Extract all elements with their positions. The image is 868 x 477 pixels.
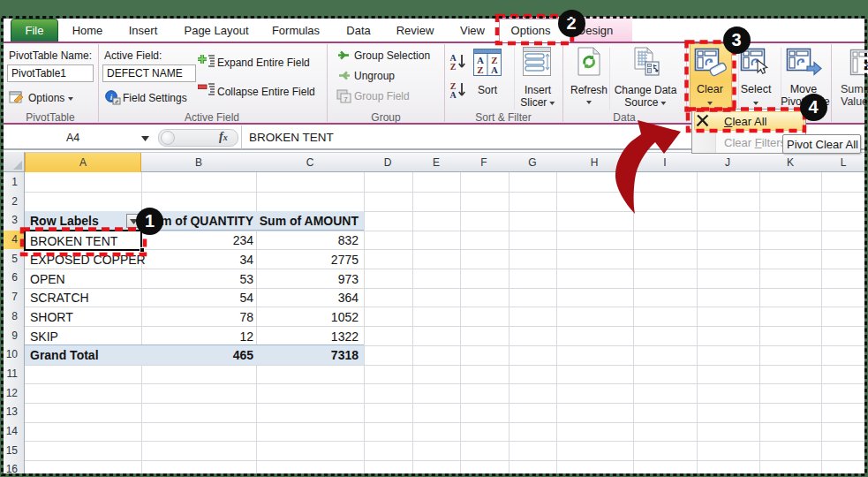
svg-text:7: 7 [343, 95, 348, 103]
svg-text:A: A [449, 90, 457, 99]
svg-text:A: A [491, 64, 498, 75]
svg-text:Z: Z [477, 64, 483, 75]
svg-text:Z: Z [450, 62, 457, 71]
svg-text:Σ: Σ [864, 59, 868, 72]
